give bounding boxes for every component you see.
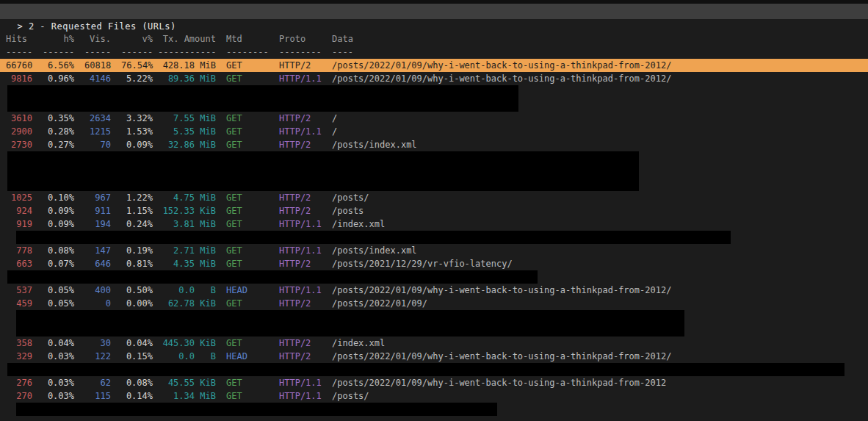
hits-percent-cell: 0.27% [43,138,74,151]
tx-unit-cell: MiB [200,244,216,257]
protocol-cell: HTTP/2 [279,59,332,72]
tx-unit-cell: KiB [200,376,216,389]
hits-cell: 276 [6,376,32,389]
separator-protocol: -------- [279,46,332,59]
protocol-cell: HTTP/1.1 [279,389,332,403]
separator-hits: ----- [6,46,32,59]
tx-unit-cell: MiB [200,191,216,204]
visitors-cell: 70 [84,138,111,151]
protocol-cell: HTTP/1.1 [279,284,332,297]
visitors-cell: 60818 [84,59,111,72]
protocol-cell: HTTP/2 [279,191,332,204]
method-cell: GET [226,297,279,310]
col-header-visitors: Vis. [84,32,111,46]
tx-unit-cell: KiB [200,204,216,217]
tx-amount-cell: 45.55 [158,376,195,389]
table-row[interactable]: 29000.28%12151.53%5.35MiBGETHTTP/1.1/ [0,125,868,138]
tx-unit-cell: MiB [200,112,216,125]
url-cell: /posts/ [332,191,868,204]
hits-percent-cell: 0.09% [43,217,74,231]
hits-cell: 329 [6,350,32,363]
method-cell: GET [226,217,279,231]
tx-unit-cell: MiB [200,138,216,151]
table-row[interactable]: 3580.04%300.04%445.30KiBGETHTTP/2/index.… [0,337,868,350]
visitors-percent-cell: 0.00% [121,297,153,310]
protocol-cell: HTTP/2 [279,350,332,363]
visitors-cell: 4146 [84,72,111,85]
table-row[interactable]: 7780.08%1470.19%2.71MiBGETHTTP/1.1/posts… [0,244,868,257]
visitors-percent-cell: 0.15% [121,350,153,363]
protocol-cell: HTTP/2 [279,138,332,151]
redacted-row [0,270,868,284]
visitors-percent-cell: 0.04% [121,337,153,350]
hits-cell: 924 [6,204,32,217]
hits-cell: 3610 [6,112,32,125]
hits-percent-cell: 0.03% [43,350,74,363]
method-cell: GET [226,72,279,85]
table-row[interactable]: 9240.09%9111.15%152.33KiBGETHTTP/2/posts [0,204,868,217]
table-row[interactable]: 667606.56%6081876.54%428.18MiBGETHTTP/2/… [0,59,868,72]
url-cell: /posts/index.xml [332,138,868,151]
visitors-percent-cell: 3.32% [121,112,153,125]
hits-percent-cell: 0.05% [43,284,74,297]
hits-cell: 66760 [6,59,32,72]
tx-amount-cell: 2.71 [158,244,195,257]
hits-cell: 9816 [6,72,32,85]
visitors-percent-cell: 0.19% [121,244,153,257]
tx-amount-cell: 445.30 [158,337,195,350]
method-cell: GET [226,138,279,151]
hits-cell: 270 [6,389,32,403]
url-cell: / [332,112,868,125]
table-row[interactable]: 36100.35%26343.32%7.55MiBGETHTTP/2/ [0,112,868,125]
visitors-cell: 967 [84,191,111,204]
hits-cell: 358 [6,337,32,350]
hits-percent-cell: 0.10% [43,191,74,204]
visitors-cell: 122 [84,350,111,363]
hits-cell: 537 [6,284,32,297]
protocol-cell: HTTP/1.1 [279,376,332,389]
visitors-percent-cell: 1.15% [121,204,153,217]
hits-percent-cell: 0.35% [43,112,74,125]
method-cell: HEAD [226,284,279,297]
separator-hits-pct: ------ [43,46,74,59]
hits-cell: 919 [6,217,32,231]
column-headers: Hits h% Vis. v% Tx. Amount Mtd Proto Dat… [0,32,868,46]
visitors-percent-cell: 0.50% [121,284,153,297]
method-cell: HEAD [226,350,279,363]
visitors-percent-cell: 0.09% [121,138,153,151]
col-header-hits-pct: h% [43,32,74,46]
redaction-block [7,363,845,376]
tx-unit-cell: KiB [200,337,216,350]
table-row[interactable]: 5370.05%4000.50%0.0BHEADHTTP/1.1/posts/2… [0,284,868,297]
table-row[interactable]: 2700.03%1150.14%1.34MiBGETHTTP/1.1/posts… [0,389,868,403]
url-cell: /posts [332,204,868,217]
table-row[interactable]: 6630.07%6460.81%4.35MiBGETHTTP/2/posts/2… [0,257,868,270]
table-row[interactable]: 4590.05%00.00%62.78KiBGETHTTP/2/posts/20… [0,297,868,310]
tx-unit-cell: MiB [200,72,216,85]
table-row[interactable]: 3290.03%1220.15%0.0BHEADHTTP/2/posts/202… [0,350,868,363]
separator-method: -------- [226,46,279,59]
tx-unit-cell: MiB [200,59,216,72]
protocol-cell: HTTP/2 [279,257,332,270]
table-row[interactable]: 10250.10%9671.22%4.75MiBGETHTTP/2/posts/ [0,191,868,204]
tx-amount-cell: 1.34 [158,389,195,403]
panel-titlebar[interactable]: > 2 - Requested Files (URLs) [0,4,868,19]
table-row[interactable]: 98160.96%41465.22%89.36MiBGETHTTP/1.1/po… [0,72,868,85]
requested-files-table: Hits h% Vis. v% Tx. Amount Mtd Proto Dat… [0,19,868,416]
url-cell: /posts/2022/01/09/why-i-went-back-to-usi… [332,59,868,72]
hits-percent-cell: 0.08% [43,244,74,257]
separator-vis-pct: ------ [121,46,153,59]
method-cell: GET [226,112,279,125]
redaction-block [16,231,731,244]
url-cell: /posts/2022/01/09/why-i-went-back-to-usi… [332,72,868,85]
table-row[interactable]: 27300.27%700.09%32.86MiBGETHTTP/2/posts/… [0,138,868,151]
hits-percent-cell: 0.07% [43,257,74,270]
tx-unit-cell: B [200,350,216,363]
url-cell: /index.xml [332,217,868,231]
col-header-method: Mtd [226,32,279,46]
col-header-hits: Hits [6,32,32,46]
table-row[interactable]: 9190.09%1940.24%3.81MiBGETHTTP/1.1/index… [0,217,868,231]
redaction-block [7,151,639,191]
table-row[interactable]: 2760.03%620.08%45.55KiBGETHTTP/1.1/posts… [0,376,868,389]
tx-amount-cell: 7.55 [158,112,195,125]
